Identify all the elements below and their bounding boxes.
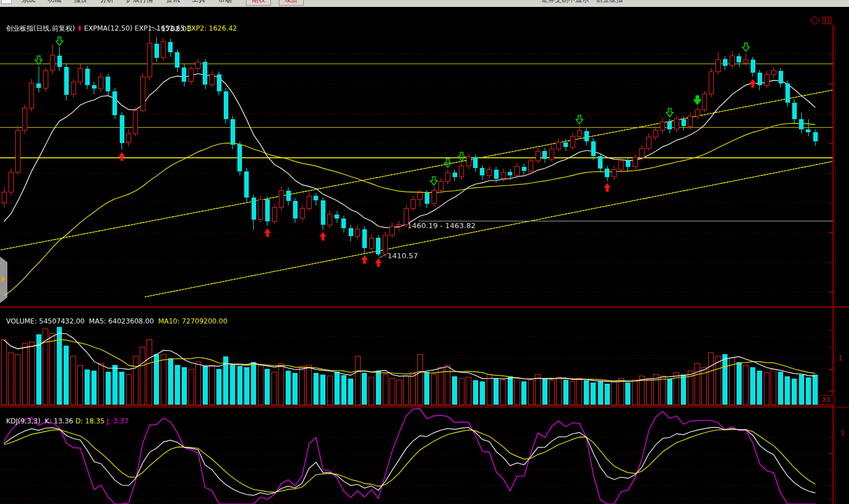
candle-body xyxy=(425,193,429,204)
candle-body xyxy=(730,56,734,66)
sell-signal-arrow xyxy=(444,159,451,167)
volume-bar xyxy=(722,354,727,405)
volume-bar xyxy=(50,333,55,405)
volume-bar xyxy=(112,365,118,405)
candle-body xyxy=(654,131,658,137)
grid-view-icon[interactable] xyxy=(823,17,831,24)
volume-bar xyxy=(106,372,111,405)
candle-body xyxy=(785,83,790,103)
volume-bar xyxy=(584,380,589,405)
candle-body xyxy=(356,229,360,237)
candle-body xyxy=(619,161,624,170)
candle-body xyxy=(432,191,436,204)
volume-bar xyxy=(168,358,173,405)
volume-bar xyxy=(286,371,291,405)
indicator-name[interactable]: EXPMA(12,50) xyxy=(84,24,132,32)
candle-body xyxy=(792,103,797,119)
volume-bar xyxy=(258,365,263,405)
volume-bar xyxy=(570,381,575,405)
candle-body xyxy=(334,215,339,219)
candle-body xyxy=(140,77,145,110)
candle-body xyxy=(50,56,55,71)
volume-bar xyxy=(78,365,83,405)
volume-bar xyxy=(383,375,388,405)
candle-body xyxy=(85,69,90,85)
candle-body xyxy=(15,131,20,172)
volume-bar xyxy=(175,365,180,405)
candle-body xyxy=(612,170,616,177)
volume-bar xyxy=(300,366,305,405)
volume-bar xyxy=(182,367,187,405)
candle-body xyxy=(293,201,298,218)
volume-bar xyxy=(528,380,533,405)
candle-body xyxy=(92,85,97,89)
volume-bar xyxy=(292,373,298,405)
candle-body xyxy=(584,131,589,141)
candle-body xyxy=(508,172,512,175)
candle-body xyxy=(494,170,499,179)
volume-bar xyxy=(244,367,249,405)
kdj-k-value: K: 13.36 xyxy=(45,417,73,425)
kdj-d-line xyxy=(4,430,815,493)
volume-bar xyxy=(653,375,658,405)
volume-value[interactable]: VOLUME: 54507432.00 xyxy=(6,317,85,325)
volume-bar xyxy=(792,379,797,405)
volume-bar xyxy=(605,384,610,405)
volume-bar xyxy=(757,371,762,405)
kdj-d-value: D: 18.35 xyxy=(76,417,104,425)
volume-bar xyxy=(57,327,62,405)
buy-signal-arrow xyxy=(264,228,271,237)
candle-body xyxy=(445,173,450,182)
candle-body xyxy=(688,116,693,127)
volume-bar xyxy=(709,352,714,405)
volume-bar xyxy=(390,379,395,405)
volume-bar xyxy=(189,369,194,405)
volume-pane-header: VOLUME: 54507432.00 MA5: 64023608.00 MA1… xyxy=(2,309,227,325)
volume-bar xyxy=(362,373,367,405)
candle-body xyxy=(189,69,194,82)
symbol-title: 创业板指(日线.前复权) xyxy=(6,24,75,32)
sell-signal-arrow xyxy=(742,43,749,52)
candle-body xyxy=(806,129,810,132)
volume-bar xyxy=(438,367,444,405)
candle-body xyxy=(147,44,152,77)
candle-body xyxy=(591,141,596,156)
candle-body xyxy=(133,110,138,133)
candle-body xyxy=(279,191,283,208)
candle-body xyxy=(550,149,554,159)
volume-bar xyxy=(521,381,526,405)
volume-bar xyxy=(272,372,277,405)
candle-body xyxy=(224,91,228,119)
candle-body xyxy=(743,60,748,62)
kdj-j-value: J: 3.37 xyxy=(107,417,128,425)
candle-body xyxy=(626,161,630,166)
candle-body xyxy=(182,68,186,82)
volume-bar xyxy=(327,376,332,405)
volume-bar xyxy=(771,369,776,405)
kdj-indicator-name[interactable]: KDJ(9,3,3) xyxy=(6,417,41,425)
volume-bar xyxy=(452,376,457,405)
candle-body xyxy=(737,56,741,63)
volume-bar xyxy=(203,366,208,405)
gap-price-label: 1460.19 - 1463.82 xyxy=(407,221,475,230)
chart-canvas[interactable] xyxy=(0,0,849,504)
candle-body xyxy=(265,199,270,221)
volume-bar xyxy=(799,375,804,405)
diamond-icon[interactable] xyxy=(810,16,819,24)
volume-bar xyxy=(806,377,811,405)
candle-body xyxy=(196,62,200,69)
volume-bar xyxy=(432,375,437,405)
candle-body xyxy=(120,115,124,143)
candle-body xyxy=(453,173,457,177)
volume-bar xyxy=(424,372,429,405)
candle-body xyxy=(64,67,69,95)
sell-signal-arrow xyxy=(35,56,42,65)
candle-body xyxy=(473,157,478,168)
candle-body xyxy=(723,59,727,66)
candle-body xyxy=(501,172,505,179)
volume-bar xyxy=(133,356,138,405)
volume-bar xyxy=(778,372,783,405)
period-selector[interactable]: X1 xyxy=(818,395,834,405)
candle-body xyxy=(681,119,686,127)
candle-body xyxy=(758,73,762,85)
